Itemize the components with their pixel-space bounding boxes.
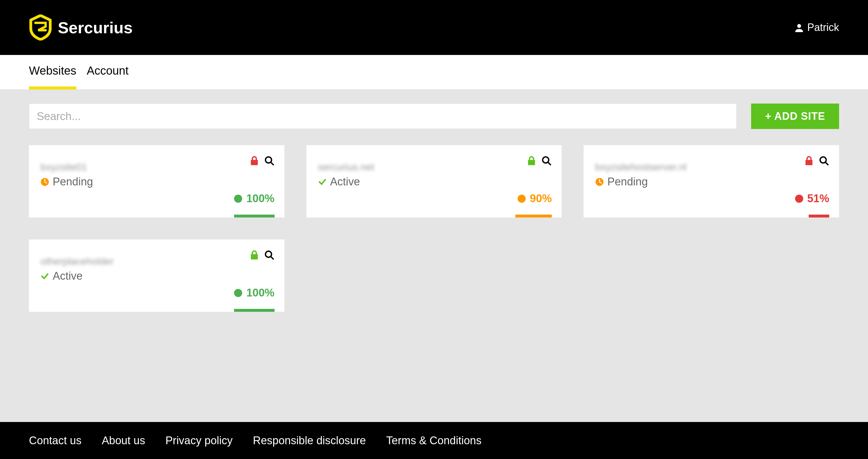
site-card[interactable]: otherplaceholder Active 100%: [29, 239, 284, 312]
score-value: 100%: [246, 192, 274, 205]
check-icon: [318, 177, 327, 186]
user-icon: [795, 23, 804, 32]
check-icon: [40, 272, 49, 281]
site-name: bxyzsite01: [40, 161, 273, 173]
score-bar: [789, 215, 829, 218]
score-dot: [234, 289, 242, 297]
status-row: Active: [40, 270, 273, 282]
site-name: sercurius.net: [318, 161, 550, 173]
footer-link-privacy[interactable]: Privacy policy: [165, 434, 232, 447]
score-area: 100%: [234, 192, 274, 205]
cards-grid: bxyzsite01 Pending 100% sercurius.net Ac…: [29, 145, 839, 312]
score-area: 100%: [234, 287, 274, 299]
user-name: Patrick: [807, 22, 839, 34]
score-bar: [234, 215, 275, 218]
brand-name: Sercurius: [58, 18, 132, 37]
status-row: Pending: [595, 175, 828, 188]
score-area: 51%: [795, 192, 829, 205]
logo-area[interactable]: Sercurius: [29, 14, 132, 40]
score-dot: [234, 195, 242, 203]
status-text: Active: [330, 175, 360, 188]
tab-websites[interactable]: Websites: [29, 55, 76, 89]
footer-link-contact[interactable]: Contact us: [29, 434, 82, 447]
clock-icon: [595, 177, 604, 186]
footer-link-about[interactable]: About us: [102, 434, 145, 447]
main-content: + ADD SITE bxyzsite01 Pending 100%: [0, 90, 868, 422]
score-bar: [511, 215, 552, 218]
status-row: Active: [318, 175, 550, 188]
score-bar: [234, 309, 275, 312]
score-dot: [795, 195, 803, 203]
score-area: 90%: [518, 192, 552, 205]
score-dot: [518, 195, 526, 203]
status-row: Pending: [40, 175, 273, 188]
svg-point-0: [797, 24, 801, 28]
status-text: Active: [53, 270, 83, 282]
tab-account[interactable]: Account: [87, 55, 129, 89]
add-site-button[interactable]: + ADD SITE: [751, 103, 839, 129]
score-value: 100%: [246, 287, 274, 299]
status-text: Pending: [53, 175, 93, 188]
score-value: 90%: [530, 192, 552, 205]
site-name: otherplaceholder: [40, 256, 273, 267]
clock-icon: [40, 177, 49, 186]
action-row: + ADD SITE: [29, 103, 839, 129]
site-card[interactable]: bxyzsite01 Pending 100%: [29, 145, 284, 218]
tabs-bar: Websites Account: [0, 55, 868, 90]
header: Sercurius Patrick: [0, 0, 868, 55]
status-text: Pending: [607, 175, 648, 188]
footer-link-terms[interactable]: Terms & Conditions: [386, 434, 482, 447]
footer: Contact us About us Privacy policy Respo…: [0, 422, 868, 459]
footer-link-disclosure[interactable]: Responsible disclosure: [253, 434, 366, 447]
search-input[interactable]: [29, 103, 737, 129]
site-card[interactable]: sercurius.net Active 90%: [306, 145, 562, 218]
site-card[interactable]: bxyzsitehostserver.nl Pending 51%: [584, 145, 839, 218]
shield-logo-icon: [29, 14, 52, 40]
site-name: bxyzsitehostserver.nl: [595, 161, 828, 173]
user-menu[interactable]: Patrick: [795, 22, 839, 34]
score-value: 51%: [807, 192, 829, 205]
